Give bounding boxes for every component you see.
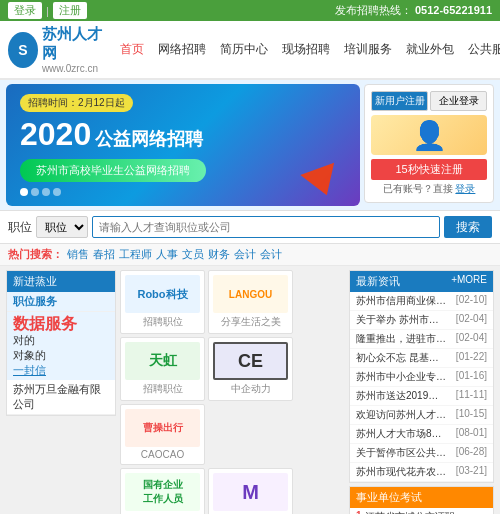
company-guoqi[interactable]: 国有企业工作人员 招聘职位 <box>120 468 205 514</box>
company-logo-guoqi: 国有企业工作人员 <box>125 473 200 511</box>
tab-new-user[interactable]: 新用户注册 <box>371 91 428 111</box>
company-ce[interactable]: CE 中企动力 <box>208 337 293 401</box>
sidebar-item-1[interactable]: 职位服务 <box>7 292 115 312</box>
company-logo-langou: LANGOU <box>213 275 288 313</box>
fast-register-btn[interactable]: 15秒快速注册 <box>371 159 487 180</box>
nav-online[interactable]: 网络招聘 <box>152 37 212 62</box>
news-item-3[interactable]: 隆重推出，进驻市场需人才...[02-04] <box>350 330 493 349</box>
company-m[interactable]: M (人事招聘/五险一金 <box>208 468 293 514</box>
news-item-1[interactable]: 苏州市信用商业保险有限公司...[02-10] <box>350 292 493 311</box>
company-job-2: 分享生活之美 <box>213 315 288 329</box>
nav-outsource[interactable]: 就业外包 <box>400 37 460 62</box>
fair-item-1[interactable]: 1 江苏省市域公交证职... <box>350 508 493 514</box>
search-label: 职位 <box>8 219 32 236</box>
news-more[interactable]: +MORE <box>451 274 487 289</box>
dot-2[interactable] <box>31 188 39 196</box>
hot-link-5[interactable]: 文员 <box>182 247 204 262</box>
dot-4[interactable] <box>53 188 61 196</box>
side-banner: 新用户注册 企业登录 👤 15秒快速注册 已有账号？直接 登录 <box>364 84 494 206</box>
news-item-5[interactable]: 苏州市中小企业专场招聘会...[01-16] <box>350 368 493 387</box>
hot-link-3[interactable]: 工程师 <box>119 247 152 262</box>
banner-badge: 招聘时间：2月12日起 <box>20 94 133 112</box>
sidebar-cat-title: 新进蒸业 <box>7 271 115 292</box>
company-tianhong[interactable]: 天虹 招聘职位 <box>120 337 205 401</box>
side-banner-tabs: 新用户注册 企业登录 <box>371 91 487 111</box>
banner-title: 公益网络招聘 <box>95 127 203 151</box>
fair-header: 事业单位考试 <box>350 487 493 508</box>
news-title: 最新资讯 <box>356 274 400 289</box>
nav-training[interactable]: 培训服务 <box>338 37 398 62</box>
search-bar: 职位 职位 公司 搜索 <box>0 210 500 244</box>
main-banner[interactable]: 招聘时间：2月12日起 2020 公益网络招聘 苏州市高校毕业生公益网络招聘 <box>6 84 360 206</box>
companies-row-1: Robo科技 招聘职位 LANGOU 分享生活之美 天虹 招聘职位 CE 中企动… <box>120 270 345 465</box>
banner-dots <box>20 188 346 196</box>
logo-main: 苏州人才网 <box>42 25 104 63</box>
search-button[interactable]: 搜索 <box>444 216 492 238</box>
login-link[interactable]: 登录 <box>8 2 42 19</box>
news-item-6[interactable]: 苏州市送达2019招聘工程师...[11-11] <box>350 387 493 406</box>
side-login-link: 已有账号？直接 登录 <box>371 182 487 196</box>
logo-circle: S <box>8 32 38 68</box>
sidebar-category: 新进蒸业 职位服务 数据服务 对的 对象的 一封信 苏州万旦金融有限公司 <box>6 270 116 416</box>
company-caocao[interactable]: 曹操出行 CAOCAO <box>120 404 205 465</box>
search-type-select[interactable]: 职位 公司 <box>36 216 88 238</box>
company-robo[interactable]: Robo科技 招聘职位 <box>120 270 205 334</box>
fair-box: 事业单位考试 1 江苏省市域公交证职... 2 苏州工业区软件技术岗... <box>349 486 494 514</box>
top-bar-left: 登录 | 注册 <box>8 2 87 19</box>
logo-sub: www.0zrc.cn <box>42 63 104 74</box>
logo-area: S 苏州人才网 www.0zrc.cn <box>8 25 104 74</box>
dot-3[interactable] <box>42 188 50 196</box>
phone-info: 发布招聘热线： 0512-65221911 <box>335 3 492 18</box>
news-sidebar: 最新资讯 +MORE 苏州市信用商业保险有限公司...[02-10] 关于举办 … <box>349 270 494 514</box>
companies-row-2: 国有企业工作人员 招聘职位 M (人事招聘/五险一金 人事行政专员 苏州新能量人… <box>120 468 345 514</box>
fair-text-1: 江苏省市域公交证职... <box>365 510 463 514</box>
company-langou[interactable]: LANGOU 分享生活之美 <box>208 270 293 334</box>
sidebar-promo: 数据服务 对的 对象的 一封信 <box>7 312 115 380</box>
news-item-10[interactable]: 苏州市现代花卉农业会展中...[03-21] <box>350 463 493 482</box>
hot-link-2[interactable]: 春招 <box>93 247 115 262</box>
news-item-8[interactable]: 苏州人才大市场8月现场招聘...[08-01] <box>350 425 493 444</box>
hot-link-7[interactable]: 会计 <box>234 247 256 262</box>
news-item-9[interactable]: 关于暂停市区公共人才服务...[06-28] <box>350 444 493 463</box>
main-content: 新进蒸业 职位服务 数据服务 对的 对象的 一封信 苏州万旦金融有限公司 Rob… <box>0 266 500 514</box>
company-job-3: 招聘职位 <box>125 382 200 396</box>
nav-home[interactable]: 首页 <box>114 37 150 62</box>
left-sidebar: 新进蒸业 职位服务 数据服务 对的 对象的 一封信 苏州万旦金融有限公司 <box>6 270 116 514</box>
fair-title: 事业单位考试 <box>356 490 422 505</box>
hot-link-4[interactable]: 人事 <box>156 247 178 262</box>
nav-resume[interactable]: 简历中心 <box>214 37 274 62</box>
hot-label: 热门搜索： <box>8 247 63 262</box>
company-logo-tianhong: 天虹 <box>125 342 200 380</box>
direct-login[interactable]: 登录 <box>455 183 475 194</box>
company-job-1: 招聘职位 <box>125 315 200 329</box>
company-logo-m: M <box>213 473 288 511</box>
register-link[interactable]: 注册 <box>53 2 87 19</box>
company-job-5: CAOCAO <box>125 449 200 460</box>
main-nav: 首页 网络招聘 简历中心 现场招聘 培训服务 就业外包 公共服务 <box>114 37 500 62</box>
banner-btn[interactable]: 苏州市高校毕业生公益网络招聘 <box>20 159 206 182</box>
fair-num-1: 1 <box>356 510 362 514</box>
tab-enterprise[interactable]: 企业登录 <box>430 91 487 111</box>
hot-link-8[interactable]: 会计 <box>260 247 282 262</box>
news-box: 最新资讯 +MORE 苏州市信用商业保险有限公司...[02-10] 关于举办 … <box>349 270 494 483</box>
hot-link-6[interactable]: 财务 <box>208 247 230 262</box>
news-item-4[interactable]: 初心众不忘 昆基腾岗就业...[01-22] <box>350 349 493 368</box>
company-logo-robo: Robo科技 <box>125 275 200 313</box>
companies-grid: Robo科技 招聘职位 LANGOU 分享生活之美 天虹 招聘职位 CE 中企动… <box>120 270 345 514</box>
nav-public[interactable]: 公共服务 <box>462 37 500 62</box>
nav-onsite[interactable]: 现场招聘 <box>276 37 336 62</box>
company-job-4: 中企动力 <box>213 382 288 396</box>
news-item-7[interactable]: 欢迎访问苏州人才网站政策...[10-15] <box>350 406 493 425</box>
side-register-box: 新用户注册 企业登录 👤 15秒快速注册 已有账号？直接 登录 <box>364 84 494 203</box>
sidebar-item-company[interactable]: 苏州万旦金融有限公司 <box>7 380 115 415</box>
news-header: 最新资讯 +MORE <box>350 271 493 292</box>
search-input[interactable] <box>92 216 440 238</box>
top-bar: 登录 | 注册 发布招聘热线： 0512-65221911 <box>0 0 500 21</box>
hot-link-1[interactable]: 销售 <box>67 247 89 262</box>
hot-search: 热门搜索： 销售 春招 工程师 人事 文员 财务 会计 会计 <box>0 244 500 266</box>
news-item-2[interactable]: 关于举办 苏州市纺织服饰业...[02-04] <box>350 311 493 330</box>
dot-1[interactable] <box>20 188 28 196</box>
sidebar-promo-link[interactable]: 一封信 <box>13 363 109 378</box>
banner-section: 招聘时间：2月12日起 2020 公益网络招聘 苏州市高校毕业生公益网络招聘 新… <box>0 80 500 210</box>
sidebar-promo-text1: 数据服务 <box>13 314 109 333</box>
